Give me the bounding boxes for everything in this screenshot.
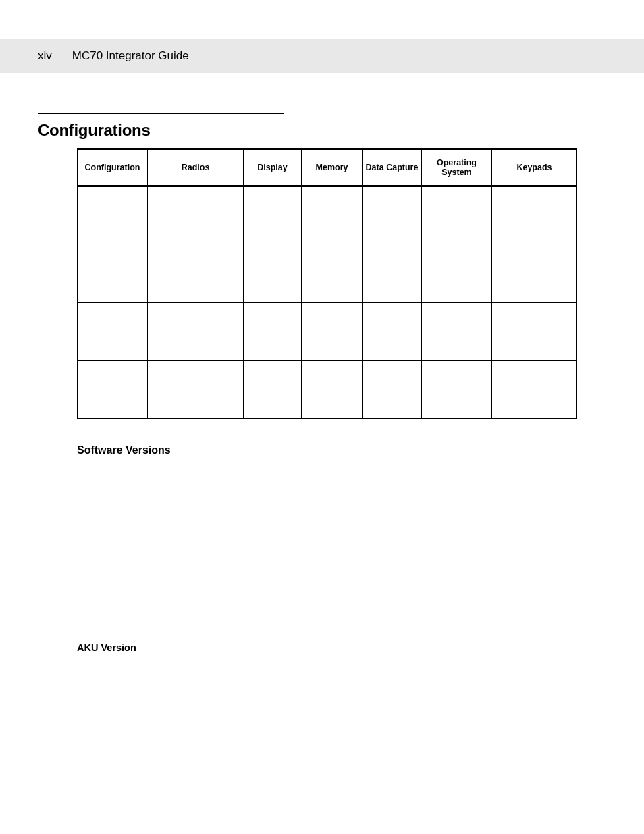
section-heading: Configurations [38,121,606,140]
cell-memory [302,186,363,244]
cell-os [422,303,492,361]
cell-data-capture [363,186,422,244]
cell-data-capture [363,244,422,303]
cell-data-capture [363,303,422,361]
software-versions-heading: Software Versions [77,444,606,457]
cell-memory [302,303,363,361]
table-row [78,361,577,419]
col-header-display: Display [244,149,302,186]
table-header-row: Configuration Radios Display Memory Data… [78,149,577,186]
table-row [78,186,577,244]
cell-keypads [492,186,577,244]
col-header-operating-system: Operating System [422,149,492,186]
table-row [78,303,577,361]
page-content: Configurations Configuration Radios Disp… [0,113,644,653]
cell-keypads [492,303,577,361]
col-header-data-capture: Data Capture [363,149,422,186]
cell-os [422,244,492,303]
cell-radios [148,244,244,303]
cell-keypads [492,361,577,419]
cell-radios [148,303,244,361]
page-header: xiv MC70 Integrator Guide [0,39,644,73]
cell-display [244,186,302,244]
cell-display [244,303,302,361]
table-row [78,244,577,303]
cell-display [244,244,302,303]
col-header-keypads: Keypads [492,149,577,186]
col-header-radios: Radios [148,149,244,186]
col-header-configuration: Configuration [78,149,148,186]
cell-radios [148,186,244,244]
document-title: MC70 Integrator Guide [72,49,189,63]
cell-os [422,361,492,419]
cell-os [422,186,492,244]
col-header-memory: Memory [302,149,363,186]
aku-version-heading: AKU Version [77,642,606,653]
cell-config [78,244,148,303]
cell-config [78,361,148,419]
cell-config [78,303,148,361]
cell-radios [148,361,244,419]
cell-data-capture [363,361,422,419]
page-number: xiv [38,49,52,63]
cell-config [78,186,148,244]
configurations-table: Configuration Radios Display Memory Data… [77,148,577,419]
cell-memory [302,361,363,419]
section-divider [38,113,284,114]
cell-keypads [492,244,577,303]
cell-display [244,361,302,419]
cell-memory [302,244,363,303]
